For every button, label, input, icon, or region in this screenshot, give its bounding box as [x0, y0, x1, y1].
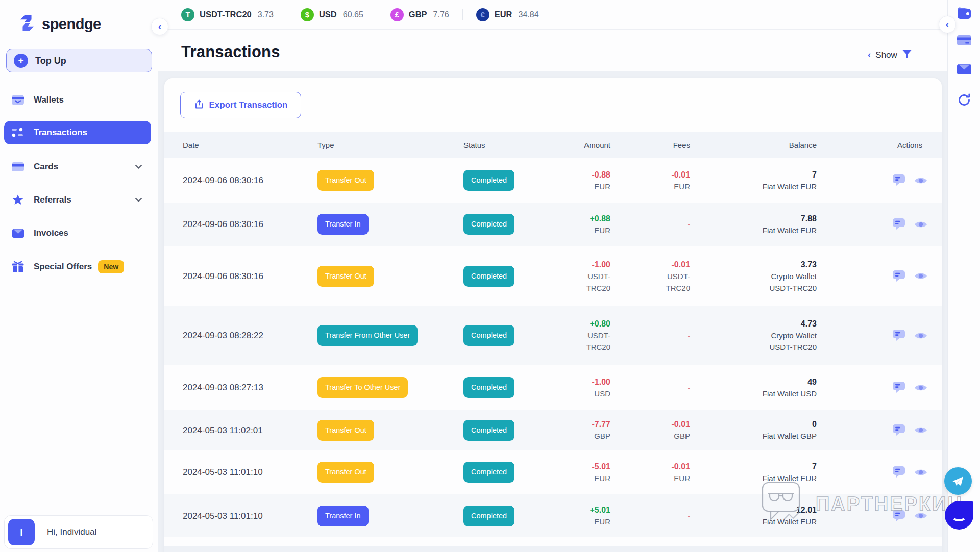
plus-circle-icon: + — [14, 54, 28, 68]
balance-usd: $ USD 60.65 — [301, 8, 363, 21]
comment-icon[interactable] — [893, 270, 906, 282]
gift-icon — [10, 261, 26, 273]
sidebar-item-wallets[interactable]: Wallets — [4, 88, 151, 112]
col-header-balance: Balance — [690, 141, 817, 149]
chat-widget-button[interactable] — [945, 501, 973, 530]
status-badge: Completed — [463, 506, 514, 526]
export-icon — [194, 99, 204, 111]
cell-balance: 49 Fiat Wallet USD — [690, 376, 817, 399]
eye-icon[interactable] — [914, 220, 927, 229]
rail-mail-icon[interactable] — [957, 63, 972, 75]
comment-icon[interactable] — [893, 510, 906, 522]
cell-amount: -7.77 GBP — [544, 418, 610, 442]
rail-card-icon[interactable] — [957, 35, 972, 46]
eye-icon[interactable] — [914, 331, 927, 340]
cell-status: Completed — [463, 420, 544, 441]
divider — [287, 9, 287, 20]
rail-wallet-icon[interactable] — [957, 7, 972, 20]
brand-logo: spendge — [17, 13, 101, 35]
status-badge: Completed — [463, 325, 514, 346]
smile-icon — [951, 510, 967, 521]
eye-icon[interactable] — [914, 176, 927, 185]
user-profile-card[interactable]: I Hi, Individual — [4, 515, 153, 549]
cell-balance: 4.73 Crypto WalletUSDT-TRC20 — [690, 318, 817, 353]
sidebar-item-special-offers[interactable]: Special Offers New — [4, 255, 151, 279]
type-badge: Transfer Out — [317, 170, 374, 191]
cell-status: Completed — [463, 377, 544, 398]
cell-date: 2024-09-06 08:30:16 — [164, 270, 317, 282]
cell-actions — [817, 270, 942, 282]
col-header-status: Status — [463, 141, 544, 149]
cell-actions — [817, 218, 942, 230]
cell-fees: -0.01 USDT-TRC20 — [610, 259, 690, 294]
eye-icon[interactable] — [914, 468, 927, 477]
cell-balance: 12.01 Fiat Wallet EUR — [690, 504, 817, 528]
eye-icon[interactable] — [914, 271, 927, 281]
show-filter-control[interactable]: ‹ Show — [868, 48, 912, 62]
cell-status: Completed — [463, 266, 544, 287]
eur-coin-icon: € — [476, 8, 489, 21]
sidebar-item-invoices[interactable]: Invoices — [4, 221, 151, 245]
type-badge: Transfer To Other User — [317, 377, 408, 398]
partial-row — [164, 546, 942, 552]
status-badge: Completed — [463, 420, 514, 441]
new-badge: New — [98, 260, 124, 273]
type-badge: Transfer From Other User — [317, 325, 418, 346]
cell-amount: -1.00 USD — [544, 376, 610, 399]
cell-amount: +0.88 EUR — [544, 213, 610, 236]
cell-actions — [817, 382, 942, 393]
comment-icon[interactable] — [893, 330, 906, 341]
sidebar-item-referrals[interactable]: Referrals — [4, 188, 151, 212]
right-rail-collapse-button[interactable]: ‹ — [939, 16, 956, 33]
balances-bar: T USDT-TRC20 3.73 $ USD 60.65 £ GBP 7.76… — [158, 0, 947, 30]
status-badge: Completed — [463, 462, 514, 483]
export-transaction-button[interactable]: Export Transaction — [180, 92, 301, 118]
sidebar: spendge + Top Up Wallets Transactions — [0, 0, 158, 552]
cell-actions — [817, 174, 942, 186]
sidebar-item-cards[interactable]: Cards — [4, 155, 151, 179]
type-badge: Transfer Out — [317, 462, 374, 483]
comment-icon[interactable] — [893, 174, 906, 186]
cell-type: Transfer From Other User — [317, 325, 463, 346]
top-up-button[interactable]: + Top Up — [6, 49, 152, 72]
cell-status: Completed — [463, 462, 544, 483]
cell-fees: -0.01 EUR — [610, 461, 690, 484]
eye-icon[interactable] — [914, 425, 927, 435]
eye-icon[interactable] — [914, 511, 927, 520]
cell-fees: - — [610, 382, 690, 393]
comment-icon[interactable] — [893, 466, 906, 478]
comment-icon[interactable] — [893, 218, 906, 230]
type-badge: Transfer Out — [317, 266, 374, 287]
cell-type: Transfer In — [317, 214, 463, 235]
rail-refresh-icon[interactable] — [957, 93, 971, 107]
cell-date: 2024-05-03 11:02:01 — [164, 424, 317, 436]
sidebar-item-transactions[interactable]: Transactions — [4, 121, 151, 144]
type-badge: Transfer Out — [317, 420, 374, 441]
cell-type: Transfer Out — [317, 170, 463, 191]
cell-date: 2024-09-03 08:28:22 — [164, 330, 317, 341]
col-header-date: Date — [164, 141, 317, 149]
col-header-actions: Actions — [817, 141, 942, 149]
cell-balance: 0 Fiat Wallet GBP — [690, 418, 817, 442]
filter-icon[interactable] — [902, 49, 912, 61]
comment-icon[interactable] — [893, 424, 906, 436]
balance-gbp: £ GBP 7.76 — [390, 8, 449, 21]
cell-date: 2024-05-03 11:01:10 — [164, 510, 317, 522]
sidebar-collapse-button[interactable]: ‹ — [151, 18, 168, 35]
cell-actions — [817, 510, 942, 522]
telegram-button[interactable] — [944, 467, 972, 495]
content-area: Export Transaction Date Type Status Amou… — [158, 71, 947, 552]
comment-icon[interactable] — [893, 382, 906, 393]
cell-fees: -0.01 EUR — [610, 169, 690, 192]
partial-row — [164, 537, 942, 546]
cell-balance: 3.73 Crypto WalletUSDT-TRC20 — [690, 259, 817, 294]
star-icon — [10, 194, 26, 206]
transactions-card: Export Transaction Date Type Status Amou… — [164, 78, 942, 552]
cell-date: 2024-09-06 08:30:16 — [164, 174, 317, 186]
eye-icon[interactable] — [914, 383, 927, 392]
cell-fees: - — [610, 330, 690, 341]
chevron-down-icon — [135, 165, 142, 169]
envelope-icon — [10, 228, 26, 238]
cell-amount: +5.01 EUR — [544, 504, 610, 528]
balance-usdt: T USDT-TRC20 3.73 — [181, 8, 274, 21]
